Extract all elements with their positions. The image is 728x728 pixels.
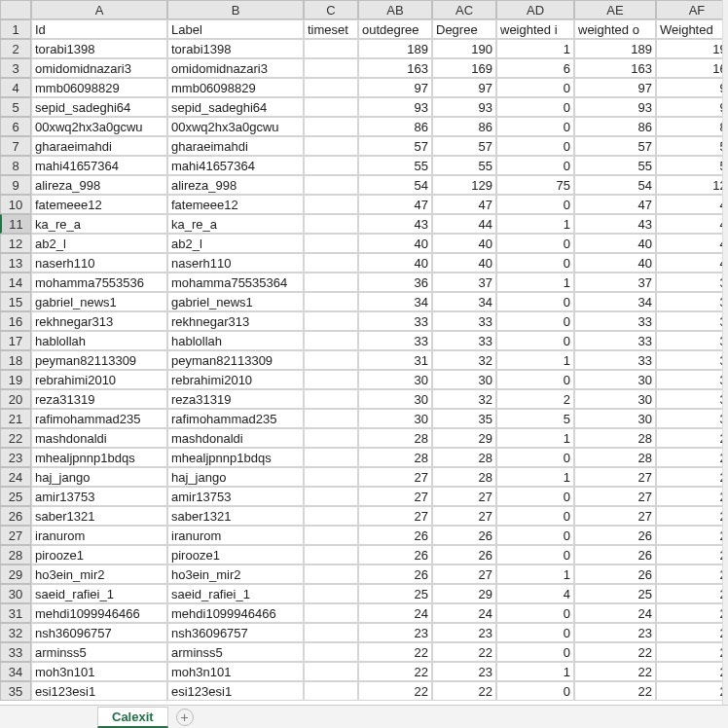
data-cell[interactable]: 26 xyxy=(574,564,656,584)
data-cell[interactable]: 27 xyxy=(656,506,728,526)
data-cell[interactable]: 86 xyxy=(656,117,728,136)
row-header[interactable]: 30 xyxy=(0,584,31,603)
data-cell[interactable]: 30 xyxy=(656,370,728,389)
data-cell[interactable]: 30 xyxy=(358,409,432,428)
data-cell[interactable]: 34 xyxy=(656,350,728,370)
data-cell[interactable] xyxy=(304,623,358,642)
data-cell[interactable]: 55 xyxy=(432,156,496,175)
column-header[interactable]: AD xyxy=(496,0,574,19)
row-header[interactable]: 6 xyxy=(0,117,31,136)
data-cell[interactable]: 4 xyxy=(496,584,574,603)
data-cell[interactable]: rafimohammad235 xyxy=(31,409,167,428)
data-cell[interactable]: 1 xyxy=(496,428,574,448)
data-cell[interactable]: 22 xyxy=(656,642,728,662)
data-cell[interactable]: 97 xyxy=(432,78,496,97)
data-cell[interactable]: 0 xyxy=(496,195,574,214)
data-cell[interactable]: 31 xyxy=(358,350,432,370)
data-cell[interactable]: 27 xyxy=(574,487,656,506)
data-cell[interactable] xyxy=(304,234,358,253)
column-header[interactable]: AE xyxy=(574,0,656,19)
row-header[interactable]: 11 xyxy=(0,214,31,234)
data-cell[interactable]: mehdi1099946466 xyxy=(31,603,167,623)
data-cell[interactable]: 0 xyxy=(496,311,574,331)
data-cell[interactable]: pirooze1 xyxy=(31,545,167,564)
data-cell[interactable]: 33 xyxy=(358,311,432,331)
data-cell[interactable]: 190 xyxy=(656,39,728,58)
data-cell[interactable]: nsh36096757 xyxy=(31,623,167,642)
data-cell[interactable]: 38 xyxy=(656,273,728,292)
data-cell[interactable]: rebrahimi2010 xyxy=(31,370,167,389)
data-cell[interactable]: 33 xyxy=(656,331,728,350)
row-header[interactable]: 3 xyxy=(0,58,31,78)
data-cell[interactable]: 0 xyxy=(496,623,574,642)
data-cell[interactable]: sepid_sadeghi64 xyxy=(167,97,304,117)
data-cell[interactable]: 40 xyxy=(574,253,656,273)
data-cell[interactable]: 22 xyxy=(574,662,656,681)
data-cell[interactable]: 0 xyxy=(496,487,574,506)
data-cell[interactable] xyxy=(304,97,358,117)
data-cell[interactable]: 24 xyxy=(656,603,728,623)
data-cell[interactable]: esi123esi1 xyxy=(167,681,304,701)
data-cell[interactable]: 27 xyxy=(358,487,432,506)
data-cell[interactable]: 86 xyxy=(574,117,656,136)
data-cell[interactable]: 129 xyxy=(656,175,728,195)
data-cell[interactable]: 37 xyxy=(432,273,496,292)
data-cell[interactable]: 28 xyxy=(574,428,656,448)
vertical-scrollbar[interactable] xyxy=(722,0,728,705)
data-cell[interactable]: 97 xyxy=(358,78,432,97)
row-header[interactable]: 21 xyxy=(0,409,31,428)
data-cell[interactable] xyxy=(304,642,358,662)
data-cell[interactable]: 33 xyxy=(358,331,432,350)
data-cell[interactable]: 30 xyxy=(574,389,656,409)
data-cell[interactable]: alireza_998 xyxy=(31,175,167,195)
data-cell[interactable]: 27 xyxy=(656,564,728,584)
data-cell[interactable]: gharaeimahdi xyxy=(31,136,167,156)
row-header[interactable]: 28 xyxy=(0,545,31,564)
data-cell[interactable]: 26 xyxy=(358,526,432,545)
data-cell[interactable]: 54 xyxy=(358,175,432,195)
data-cell[interactable]: 93 xyxy=(574,97,656,117)
data-cell[interactable]: 1 xyxy=(496,273,574,292)
data-cell[interactable] xyxy=(304,253,358,273)
data-cell[interactable]: iranurom xyxy=(31,526,167,545)
sheet-tab-active[interactable]: Calexit xyxy=(97,707,168,728)
data-cell[interactable]: nsh36096757 xyxy=(167,623,304,642)
data-cell[interactable]: 26 xyxy=(574,526,656,545)
data-cell[interactable]: saber1321 xyxy=(167,506,304,526)
data-cell[interactable]: 0 xyxy=(496,331,574,350)
data-cell[interactable]: 0 xyxy=(496,603,574,623)
data-cell[interactable]: ho3ein_mir2 xyxy=(31,564,167,584)
data-cell[interactable]: 22 xyxy=(358,642,432,662)
header-cell[interactable]: weighted o xyxy=(574,19,656,39)
data-cell[interactable]: peyman82113309 xyxy=(167,350,304,370)
data-cell[interactable]: iranurom xyxy=(167,526,304,545)
data-cell[interactable]: 27 xyxy=(358,467,432,487)
data-cell[interactable]: 44 xyxy=(432,214,496,234)
data-cell[interactable]: 1 xyxy=(496,564,574,584)
data-cell[interactable]: 28 xyxy=(358,448,432,467)
data-cell[interactable]: 54 xyxy=(574,175,656,195)
data-cell[interactable]: mmb06098829 xyxy=(167,78,304,97)
data-cell[interactable]: 25 xyxy=(574,584,656,603)
data-cell[interactable]: rekhnegar313 xyxy=(167,311,304,331)
data-cell[interactable]: rekhnegar313 xyxy=(31,311,167,331)
header-cell[interactable]: Label xyxy=(167,19,304,39)
row-header[interactable]: 8 xyxy=(0,156,31,175)
data-cell[interactable] xyxy=(304,662,358,681)
data-cell[interactable]: 27 xyxy=(574,506,656,526)
data-cell[interactable] xyxy=(304,195,358,214)
data-cell[interactable]: 189 xyxy=(358,39,432,58)
data-cell[interactable]: 1 xyxy=(496,350,574,370)
column-header[interactable]: C xyxy=(304,0,358,19)
row-header[interactable]: 17 xyxy=(0,331,31,350)
data-cell[interactable]: 0 xyxy=(496,78,574,97)
data-cell[interactable]: 32 xyxy=(432,389,496,409)
data-cell[interactable]: 34 xyxy=(656,292,728,311)
data-cell[interactable]: 40 xyxy=(432,234,496,253)
data-cell[interactable]: 57 xyxy=(432,136,496,156)
data-cell[interactable]: 27 xyxy=(358,506,432,526)
row-header[interactable]: 13 xyxy=(0,253,31,273)
data-cell[interactable]: arminss5 xyxy=(31,642,167,662)
data-cell[interactable]: 0 xyxy=(496,97,574,117)
data-cell[interactable]: haj_jango xyxy=(167,467,304,487)
